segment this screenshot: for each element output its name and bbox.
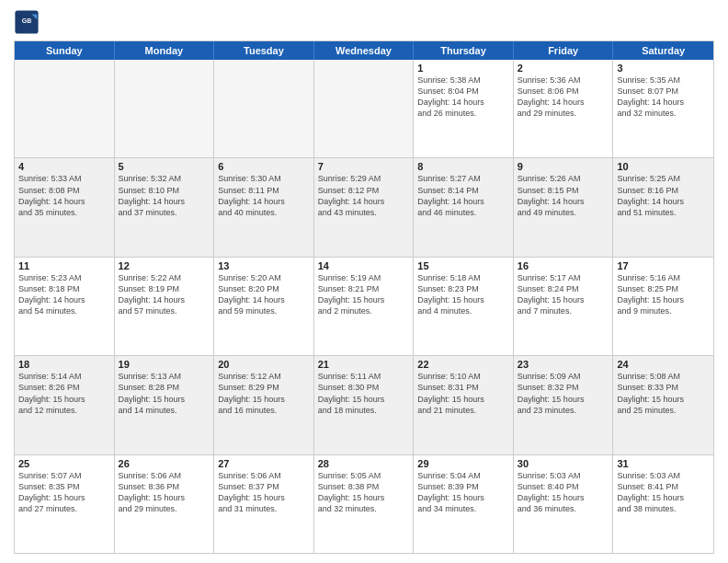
page: GB SundayMondayTuesdayWednesdayThursdayF…: [0, 0, 728, 563]
day-cell-11: 11Sunrise: 5:23 AM Sunset: 8:18 PM Dayli…: [15, 258, 115, 355]
day-cell-5: 5Sunrise: 5:32 AM Sunset: 8:10 PM Daylig…: [115, 158, 215, 256]
calendar-row-4: 18Sunrise: 5:14 AM Sunset: 8:26 PM Dayli…: [15, 355, 713, 454]
day-number: 26: [119, 458, 210, 469]
cell-info: Sunrise: 5:32 AM Sunset: 8:10 PM Dayligh…: [119, 173, 210, 218]
day-number: 28: [318, 458, 410, 469]
day-cell-6: 6Sunrise: 5:30 AM Sunset: 8:11 PM Daylig…: [214, 158, 314, 256]
cell-info: Sunrise: 5:36 AM Sunset: 8:06 PM Dayligh…: [518, 75, 609, 120]
day-number: 7: [318, 161, 410, 172]
day-cell-31: 31Sunrise: 5:03 AM Sunset: 8:41 PM Dayli…: [613, 455, 713, 553]
cell-info: Sunrise: 5:04 AM Sunset: 8:39 PM Dayligh…: [417, 470, 509, 515]
logo: GB: [14, 9, 42, 35]
day-number: 8: [417, 161, 509, 172]
cell-info: Sunrise: 5:25 AM Sunset: 8:16 PM Dayligh…: [617, 173, 710, 218]
day-number: 12: [119, 260, 210, 271]
cell-info: Sunrise: 5:17 AM Sunset: 8:24 PM Dayligh…: [518, 272, 609, 317]
day-header-tuesday: Tuesday: [214, 41, 314, 60]
day-cell-24: 24Sunrise: 5:08 AM Sunset: 8:33 PM Dayli…: [613, 356, 713, 454]
cell-info: Sunrise: 5:03 AM Sunset: 8:41 PM Dayligh…: [617, 470, 710, 515]
day-number: 19: [119, 359, 210, 370]
cell-info: Sunrise: 5:07 AM Sunset: 8:35 PM Dayligh…: [18, 470, 110, 515]
day-number: 27: [218, 458, 310, 469]
day-header-sunday: Sunday: [15, 41, 115, 60]
cell-info: Sunrise: 5:09 AM Sunset: 8:32 PM Dayligh…: [518, 371, 609, 416]
cell-info: Sunrise: 5:06 AM Sunset: 8:37 PM Dayligh…: [218, 470, 310, 515]
day-cell-14: 14Sunrise: 5:19 AM Sunset: 8:21 PM Dayli…: [314, 258, 415, 355]
empty-cell: [115, 60, 215, 157]
cell-info: Sunrise: 5:20 AM Sunset: 8:20 PM Dayligh…: [218, 272, 310, 317]
cell-info: Sunrise: 5:05 AM Sunset: 8:38 PM Dayligh…: [318, 470, 410, 515]
day-number: 6: [218, 161, 310, 172]
day-number: 18: [18, 359, 110, 370]
day-cell-3: 3Sunrise: 5:35 AM Sunset: 8:07 PM Daylig…: [613, 60, 713, 157]
day-cell-20: 20Sunrise: 5:12 AM Sunset: 8:29 PM Dayli…: [214, 356, 314, 454]
day-cell-16: 16Sunrise: 5:17 AM Sunset: 8:24 PM Dayli…: [514, 258, 614, 355]
calendar: SundayMondayTuesdayWednesdayThursdayFrid…: [14, 40, 714, 554]
day-number: 13: [218, 260, 310, 271]
day-number: 16: [518, 260, 609, 271]
day-number: 25: [18, 458, 110, 469]
cell-info: Sunrise: 5:38 AM Sunset: 8:04 PM Dayligh…: [417, 75, 509, 120]
cell-info: Sunrise: 5:13 AM Sunset: 8:28 PM Dayligh…: [119, 371, 210, 416]
day-number: 9: [518, 161, 609, 172]
svg-text:GB: GB: [22, 17, 32, 24]
day-cell-23: 23Sunrise: 5:09 AM Sunset: 8:32 PM Dayli…: [514, 356, 614, 454]
cell-info: Sunrise: 5:35 AM Sunset: 8:07 PM Dayligh…: [617, 75, 710, 120]
empty-cell: [214, 60, 314, 157]
day-cell-17: 17Sunrise: 5:16 AM Sunset: 8:25 PM Dayli…: [613, 258, 713, 355]
day-cell-10: 10Sunrise: 5:25 AM Sunset: 8:16 PM Dayli…: [613, 158, 713, 256]
cell-info: Sunrise: 5:18 AM Sunset: 8:23 PM Dayligh…: [417, 272, 509, 317]
cell-info: Sunrise: 5:16 AM Sunset: 8:25 PM Dayligh…: [617, 272, 710, 317]
day-cell-26: 26Sunrise: 5:06 AM Sunset: 8:36 PM Dayli…: [115, 455, 215, 553]
cell-info: Sunrise: 5:12 AM Sunset: 8:29 PM Dayligh…: [218, 371, 310, 416]
day-number: 29: [417, 458, 509, 469]
calendar-row-1: 1Sunrise: 5:38 AM Sunset: 8:04 PM Daylig…: [15, 60, 713, 157]
day-number: 31: [617, 458, 710, 469]
cell-info: Sunrise: 5:14 AM Sunset: 8:26 PM Dayligh…: [18, 371, 110, 416]
day-number: 3: [617, 63, 710, 74]
day-cell-2: 2Sunrise: 5:36 AM Sunset: 8:06 PM Daylig…: [514, 60, 614, 157]
calendar-body: 1Sunrise: 5:38 AM Sunset: 8:04 PM Daylig…: [15, 60, 713, 553]
day-cell-29: 29Sunrise: 5:04 AM Sunset: 8:39 PM Dayli…: [414, 455, 514, 553]
day-cell-7: 7Sunrise: 5:29 AM Sunset: 8:12 PM Daylig…: [314, 158, 415, 256]
day-cell-25: 25Sunrise: 5:07 AM Sunset: 8:35 PM Dayli…: [15, 455, 115, 553]
cell-info: Sunrise: 5:11 AM Sunset: 8:30 PM Dayligh…: [318, 371, 410, 416]
day-cell-18: 18Sunrise: 5:14 AM Sunset: 8:26 PM Dayli…: [15, 356, 115, 454]
day-number: 1: [417, 63, 509, 74]
day-number: 22: [417, 359, 509, 370]
cell-info: Sunrise: 5:30 AM Sunset: 8:11 PM Dayligh…: [218, 173, 310, 218]
day-cell-12: 12Sunrise: 5:22 AM Sunset: 8:19 PM Dayli…: [115, 258, 215, 355]
cell-info: Sunrise: 5:26 AM Sunset: 8:15 PM Dayligh…: [518, 173, 609, 218]
day-number: 30: [518, 458, 609, 469]
cell-info: Sunrise: 5:29 AM Sunset: 8:12 PM Dayligh…: [318, 173, 410, 218]
empty-cell: [15, 60, 115, 157]
day-cell-13: 13Sunrise: 5:20 AM Sunset: 8:20 PM Dayli…: [214, 258, 314, 355]
cell-info: Sunrise: 5:23 AM Sunset: 8:18 PM Dayligh…: [18, 272, 110, 317]
day-number: 24: [617, 359, 710, 370]
day-cell-19: 19Sunrise: 5:13 AM Sunset: 8:28 PM Dayli…: [115, 356, 215, 454]
day-cell-15: 15Sunrise: 5:18 AM Sunset: 8:23 PM Dayli…: [414, 258, 514, 355]
header: GB: [14, 9, 714, 35]
day-number: 20: [218, 359, 310, 370]
day-number: 11: [18, 260, 110, 271]
cell-info: Sunrise: 5:19 AM Sunset: 8:21 PM Dayligh…: [318, 272, 410, 317]
day-cell-4: 4Sunrise: 5:33 AM Sunset: 8:08 PM Daylig…: [15, 158, 115, 256]
day-number: 23: [518, 359, 609, 370]
calendar-row-2: 4Sunrise: 5:33 AM Sunset: 8:08 PM Daylig…: [15, 157, 713, 256]
day-cell-8: 8Sunrise: 5:27 AM Sunset: 8:14 PM Daylig…: [414, 158, 514, 256]
day-number: 14: [318, 260, 410, 271]
day-number: 17: [617, 260, 710, 271]
cell-info: Sunrise: 5:10 AM Sunset: 8:31 PM Dayligh…: [417, 371, 509, 416]
cell-info: Sunrise: 5:03 AM Sunset: 8:40 PM Dayligh…: [518, 470, 609, 515]
day-number: 10: [617, 161, 710, 172]
day-number: 5: [119, 161, 210, 172]
empty-cell: [314, 60, 415, 157]
calendar-header: SundayMondayTuesdayWednesdayThursdayFrid…: [15, 41, 713, 60]
cell-info: Sunrise: 5:06 AM Sunset: 8:36 PM Dayligh…: [119, 470, 210, 515]
day-cell-30: 30Sunrise: 5:03 AM Sunset: 8:40 PM Dayli…: [514, 455, 614, 553]
day-cell-1: 1Sunrise: 5:38 AM Sunset: 8:04 PM Daylig…: [414, 60, 514, 157]
day-number: 15: [417, 260, 509, 271]
day-cell-27: 27Sunrise: 5:06 AM Sunset: 8:37 PM Dayli…: [214, 455, 314, 553]
day-cell-22: 22Sunrise: 5:10 AM Sunset: 8:31 PM Dayli…: [414, 356, 514, 454]
cell-info: Sunrise: 5:27 AM Sunset: 8:14 PM Dayligh…: [417, 173, 509, 218]
